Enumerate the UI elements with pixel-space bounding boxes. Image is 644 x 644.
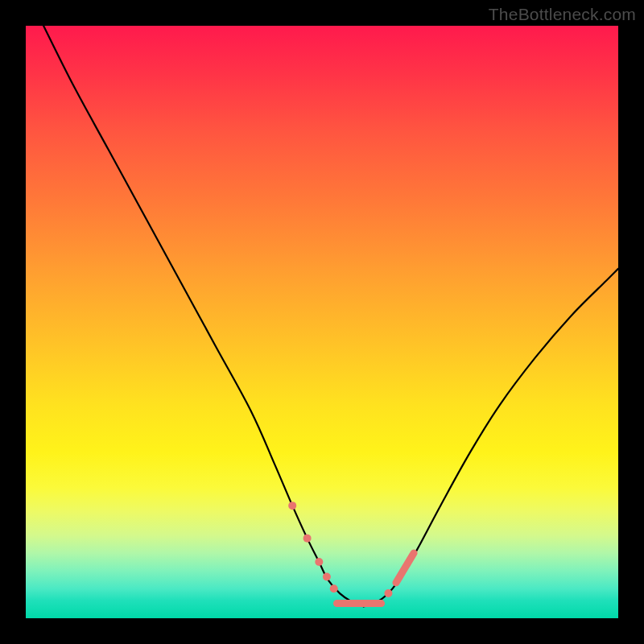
marker-dot — [323, 572, 331, 580]
curves-layer — [26, 26, 618, 618]
marker-dot — [330, 584, 338, 592]
marker-bar — [396, 553, 414, 583]
marker-dot — [384, 589, 392, 597]
chart-frame: TheBottleneck.com — [0, 0, 644, 644]
watermark-text: TheBottleneck.com — [489, 5, 636, 24]
plot-area — [26, 26, 618, 618]
marker-dot — [315, 558, 323, 566]
left-branch-curve — [43, 26, 363, 606]
marker-dot — [303, 535, 312, 543]
right-branch-curve — [364, 269, 618, 607]
marker-dot — [288, 502, 296, 510]
markers-group — [288, 502, 414, 603]
